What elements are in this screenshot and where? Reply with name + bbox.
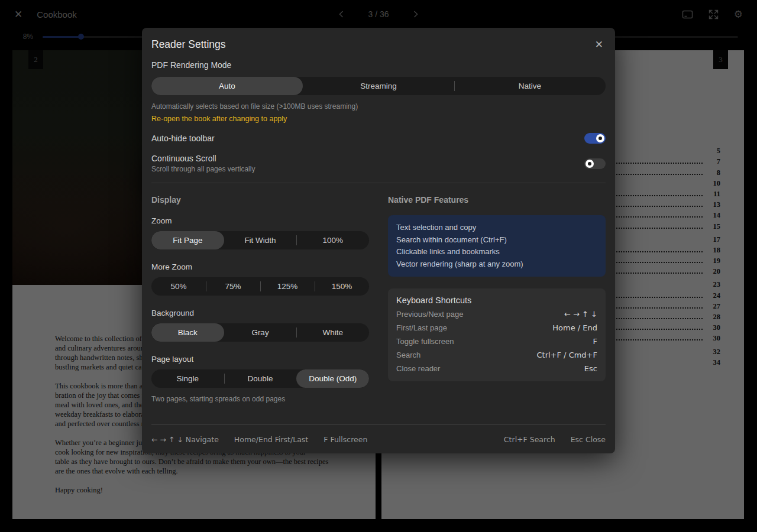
background-segmented: BlackGrayWhite [151, 323, 369, 342]
footer-hint: F Fullscreen [323, 435, 367, 444]
option-double[interactable]: Double [224, 369, 297, 388]
continuous-scroll-description: Scroll through all pages vertically [151, 165, 255, 173]
option-gray[interactable]: Gray [224, 323, 297, 342]
shortcut-label: Previous/Next page [396, 310, 463, 319]
shortcut-row: Toggle fullscreenF [396, 337, 597, 346]
shortcut-label: First/Last page [396, 323, 447, 332]
auto-hide-label: Auto-hide toolbar [151, 134, 215, 143]
option-fit-page[interactable]: Fit Page [151, 231, 224, 249]
option-white[interactable]: White [296, 323, 369, 342]
option-50[interactable]: 50% [151, 277, 206, 296]
display-heading: Display [151, 195, 369, 205]
section-divider [151, 183, 606, 183]
shortcut-keys: Home / End [552, 323, 597, 332]
continuous-scroll-label: Continuous Scroll [151, 154, 255, 163]
shortcut-label: Toggle fullscreen [396, 337, 454, 346]
dialog-title: Reader Settings [151, 38, 226, 51]
shortcuts-heading: Keyboard Shortcuts [396, 296, 597, 305]
shortcut-row: First/Last pageHome / End [396, 323, 597, 332]
option-100[interactable]: 100% [296, 231, 369, 249]
continuous-scroll-toggle[interactable] [584, 158, 606, 169]
native-features-heading: Native PDF Features [388, 195, 606, 205]
option-double-odd[interactable]: Double (Odd) [296, 369, 369, 388]
option-fit-width[interactable]: Fit Width [224, 231, 297, 249]
feature-item: Search within document (Ctrl+F) [396, 234, 597, 246]
dialog-footer: ← → ↑ ↓ NavigateHome/End First/LastF Ful… [151, 424, 606, 453]
footer-hint: ← → ↑ ↓ Navigate [151, 435, 219, 444]
footer-hint: Ctrl+F Search [504, 435, 555, 444]
zoom-label: Zoom [151, 216, 369, 225]
rendering-mode-helper: Automatically selects based on file size… [151, 102, 606, 111]
option-black[interactable]: Black [151, 323, 224, 342]
option-125[interactable]: 125% [260, 277, 315, 296]
footer-hint: Esc Close [571, 435, 606, 444]
auto-hide-toggle[interactable] [584, 133, 606, 144]
shortcut-row: SearchCtrl+F / Cmd+F [396, 351, 597, 359]
more-zoom-label: More Zoom [151, 262, 369, 271]
option-native[interactable]: Native [454, 77, 606, 95]
zoom-segmented: Fit PageFit Width100% [151, 231, 369, 249]
shortcut-keys: Ctrl+F / Cmd+F [536, 351, 597, 359]
feature-item: Vector rendering (sharp at any zoom) [396, 258, 597, 271]
shortcut-label: Close reader [396, 364, 440, 373]
rendering-mode-segmented: AutoStreamingNative [151, 77, 606, 95]
reader-app: ✕ Cookbook 3 / 36 ⚙ 8% [0, 0, 757, 532]
native-features-box: Text selection and copySearch within doc… [388, 215, 606, 277]
option-75[interactable]: 75% [206, 277, 260, 296]
keyboard-shortcuts-box: Keyboard Shortcuts Previous/Next page← →… [388, 288, 606, 381]
background-label: Background [151, 309, 369, 317]
shortcut-row: Close readerEsc [396, 364, 597, 373]
page-layout-helper: Two pages, starting spreads on odd pages [151, 395, 369, 403]
shortcut-keys: ← → ↑ ↓ [564, 310, 597, 319]
option-150[interactable]: 150% [315, 277, 369, 296]
option-single[interactable]: Single [151, 369, 224, 388]
toggle-knob [596, 134, 604, 142]
page-layout-label: Page layout [151, 355, 369, 364]
option-streaming[interactable]: Streaming [303, 77, 454, 95]
reader-settings-dialog: Reader Settings ✕ PDF Rendering Mode Aut… [142, 28, 615, 453]
option-auto[interactable]: Auto [151, 77, 303, 95]
footer-hint: Home/End First/Last [234, 435, 308, 444]
shortcut-row: Previous/Next page← → ↑ ↓ [396, 310, 597, 319]
rendering-mode-label: PDF Rendering Mode [151, 60, 606, 70]
shortcut-keys: Esc [584, 364, 597, 373]
more-zoom-segmented: 50%75%125%150% [151, 277, 369, 296]
dialog-close-icon[interactable]: ✕ [593, 38, 606, 51]
rendering-mode-warning: Re-open the book after changing to apply [151, 115, 606, 123]
page-layout-segmented: SingleDoubleDouble (Odd) [151, 369, 369, 388]
shortcut-label: Search [396, 351, 420, 359]
feature-item: Text selection and copy [396, 222, 597, 234]
shortcut-keys: F [593, 337, 597, 346]
toggle-knob [585, 160, 594, 168]
feature-item: Clickable links and bookmarks [396, 246, 597, 258]
